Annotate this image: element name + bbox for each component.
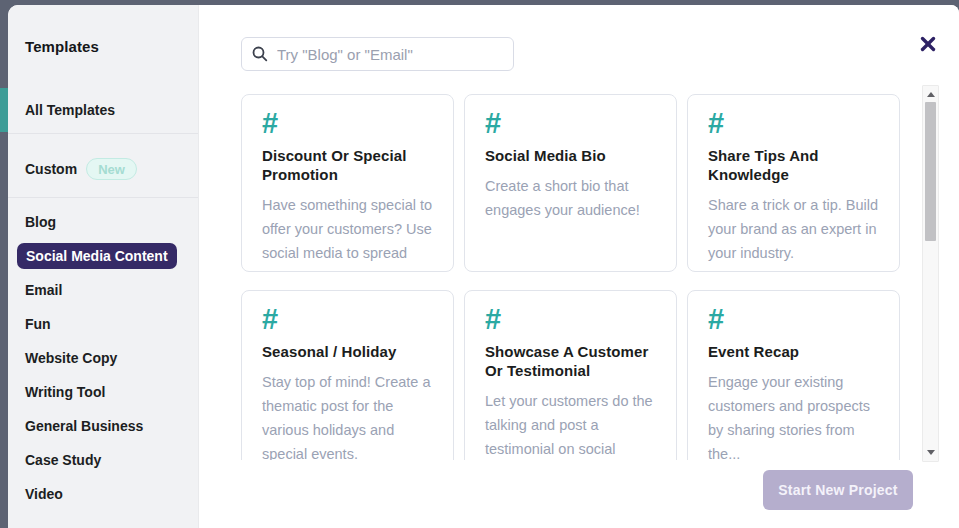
template-card-description: Engage your existing customers and prosp… [708,370,879,460]
template-card-title: Social Media Bio [485,146,656,165]
sidebar-item-custom[interactable]: Custom New [25,158,198,180]
template-card-description: Stay top of mind! Create a thematic post… [262,370,433,460]
category-list: Blog Social Media Content Email Fun Webs… [8,198,198,507]
start-new-project-button[interactable]: Start New Project [763,470,913,510]
scroll-up-icon[interactable] [923,87,938,102]
hashtag-icon: # [708,107,879,139]
template-card-seasonal-holiday[interactable]: # Seasonal / Holiday Stay top of mind! C… [241,290,454,460]
template-card-title: Discount Or Special Promotion [262,146,433,184]
sidebar-item-video[interactable]: Video [25,481,184,507]
template-card-discount-or-special-promotion[interactable]: # Discount Or Special Promotion Have som… [241,94,454,272]
template-card-title: Share Tips And Knowledge [708,146,879,184]
hashtag-icon: # [262,303,433,335]
template-grid-viewport: # Discount Or Special Promotion Have som… [241,85,900,460]
templates-sidebar: Templates All Templates Custom New Blog … [8,5,199,528]
template-grid: # Discount Or Special Promotion Have som… [241,85,900,460]
sidebar-item-all-templates[interactable]: All Templates [25,102,198,118]
sidebar-item-general-business[interactable]: General Business [25,413,184,439]
template-card-event-recap[interactable]: # Event Recap Engage your existing custo… [687,290,900,460]
template-card-description: Create a short bio that engages your aud… [485,174,656,222]
sidebar-item-email[interactable]: Email [25,277,184,303]
template-search-box [241,37,514,71]
scrollbar[interactable] [922,85,939,462]
hashtag-icon: # [262,107,433,139]
template-card-social-media-bio[interactable]: # Social Media Bio Create a short bio th… [464,94,677,272]
hashtag-icon: # [485,303,656,335]
scrollbar-thumb[interactable] [925,102,936,241]
template-card-description: Let your customers do the talking and po… [485,389,656,460]
sidebar-title: Templates [25,38,198,55]
sidebar-item-social-media-content[interactable]: Social Media Content [17,243,177,269]
template-card-share-tips-and-knowledge[interactable]: # Share Tips And Knowledge Share a trick… [687,94,900,272]
scroll-down-icon[interactable] [923,445,938,460]
template-card-title: Showcase A Customer Or Testimonial [485,342,656,380]
templates-main-panel: # Discount Or Special Promotion Have som… [199,5,959,528]
sidebar-item-case-study[interactable]: Case Study [25,447,184,473]
template-card-description: Have something special to offer your cus… [262,193,433,272]
close-icon [919,35,937,53]
templates-modal: Templates All Templates Custom New Blog … [8,5,959,528]
sidebar-item-website-copy[interactable]: Website Copy [25,345,184,371]
sidebar-divider [8,133,198,134]
template-card-title: Event Recap [708,342,879,361]
hashtag-icon: # [708,303,879,335]
sidebar-item-writing-tool[interactable]: Writing Tool [25,379,184,405]
template-card-showcase-a-customer-or-testimonial[interactable]: # Showcase A Customer Or Testimonial Let… [464,290,677,460]
close-button[interactable] [915,31,941,57]
template-card-title: Seasonal / Holiday [262,342,433,361]
custom-label: Custom [25,161,77,177]
template-card-description: Share a trick or a tip. Build your brand… [708,193,879,265]
search-icon [252,46,268,62]
sidebar-item-blog[interactable]: Blog [25,209,184,235]
backdrop-page-fragment [0,88,8,132]
hashtag-icon: # [485,107,656,139]
sidebar-item-fun[interactable]: Fun [25,311,184,337]
search-input[interactable] [277,46,503,63]
new-badge: New [86,158,137,180]
